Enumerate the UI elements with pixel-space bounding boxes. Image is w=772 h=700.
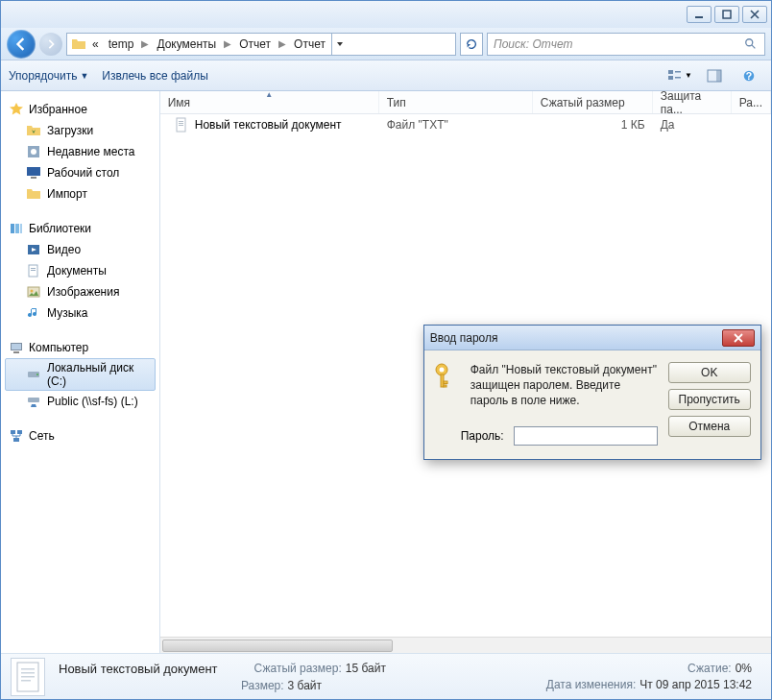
file-protected: Да xyxy=(653,118,732,132)
sidebar-item-documents[interactable]: Документы xyxy=(5,260,156,281)
svg-rect-1 xyxy=(723,11,731,18)
svg-rect-41 xyxy=(444,385,446,387)
sidebar-group-libraries: Библиотеки Видео Документы Изображения М… xyxy=(5,218,156,324)
sidebar-item-recent[interactable]: Недавние места xyxy=(5,141,156,162)
svg-rect-0 xyxy=(695,16,703,18)
breadcrumb-item[interactable]: Документы xyxy=(153,36,220,53)
downloads-icon xyxy=(26,123,41,138)
svg-rect-17 xyxy=(20,224,22,233)
sidebar-item-label: Документы xyxy=(47,264,107,278)
column-label: Ра... xyxy=(739,96,762,109)
svg-rect-4 xyxy=(668,76,673,80)
svg-rect-14 xyxy=(31,177,36,179)
nav-back-button[interactable] xyxy=(7,30,36,59)
extract-label: Извлечь все файлы xyxy=(102,69,207,83)
path-dropdown-button[interactable] xyxy=(331,34,349,55)
dialog-titlebar[interactable]: Ввод пароля xyxy=(424,326,760,350)
sidebar-item-pictures[interactable]: Изображения xyxy=(5,281,156,302)
sidebar-item-label: Недавние места xyxy=(47,145,134,158)
video-icon xyxy=(26,242,41,257)
svg-rect-16 xyxy=(15,224,19,233)
svg-rect-46 xyxy=(21,680,31,682)
preview-pane-button[interactable] xyxy=(700,65,729,86)
dialog-body: Файл "Новый текстовый документ" защищен … xyxy=(424,350,760,459)
skip-button[interactable]: Пропустить xyxy=(668,389,751,410)
organize-menu[interactable]: Упорядочить ▼ xyxy=(9,69,88,83)
status-ratio-key: Сжатие: xyxy=(688,662,732,675)
ok-button[interactable]: OK xyxy=(668,362,751,383)
search-placeholder: Поиск: Отчет xyxy=(494,37,572,51)
svg-point-2 xyxy=(746,38,753,45)
txt-file-icon xyxy=(174,117,189,133)
sidebar-item-label: Импорт xyxy=(47,187,87,201)
favorites-header[interactable]: Избранное xyxy=(5,99,156,120)
sidebar-item-import[interactable]: Импорт xyxy=(5,183,156,205)
sidebar-item-desktop[interactable]: Рабочий стол xyxy=(5,162,156,183)
desktop-icon xyxy=(26,165,41,181)
nav-forward-button[interactable] xyxy=(39,33,62,56)
file-type: Файл "TXT" xyxy=(379,118,533,132)
sidebar-group-favorites: Избранное Загрузки Недавние места Рабочи… xyxy=(5,99,156,205)
address-bar: « temp▶ Документы▶ Отчет▶ Отчет Поиск: О… xyxy=(1,28,771,60)
sidebar-item-music[interactable]: Музыка xyxy=(5,302,156,324)
status-csize-val: 15 байт xyxy=(346,662,386,676)
close-button[interactable] xyxy=(742,6,767,23)
file-list-pane: Имя▲ Тип Сжатый размер Защита па... Ра..… xyxy=(160,91,771,653)
sidebar-item-downloads[interactable]: Загрузки xyxy=(5,120,156,141)
column-label: Тип xyxy=(387,96,406,109)
libraries-header[interactable]: Библиотеки xyxy=(5,218,156,239)
refresh-button[interactable] xyxy=(460,33,483,56)
breadcrumb-bar[interactable]: « temp▶ Документы▶ Отчет▶ Отчет xyxy=(66,33,456,56)
computer-header[interactable]: Компьютер xyxy=(5,337,156,358)
status-size-key: Размер: xyxy=(241,679,284,692)
sidebar-item-label: Видео xyxy=(47,243,81,256)
breadcrumb-item[interactable]: temp xyxy=(105,36,138,53)
breadcrumb-item[interactable]: Отчет xyxy=(235,36,275,53)
hdd-icon xyxy=(26,367,41,382)
cancel-button[interactable]: Отмена xyxy=(668,416,751,437)
breadcrumb-item[interactable]: Отчет xyxy=(290,36,329,53)
sidebar-item-label: Public (\\sf-fs) (L:) xyxy=(47,395,138,408)
column-rest[interactable]: Ра... xyxy=(732,91,771,113)
column-name[interactable]: Имя▲ xyxy=(160,91,379,113)
password-input[interactable] xyxy=(514,426,658,446)
svg-rect-6 xyxy=(675,77,681,79)
status-file-icon xyxy=(11,658,45,696)
status-size-val: 3 байт xyxy=(288,679,322,692)
libraries-icon xyxy=(9,221,24,236)
network-drive-icon xyxy=(26,394,41,409)
chevron-right-icon: ▶ xyxy=(277,38,288,49)
view-options-button[interactable]: ▼ xyxy=(665,65,694,86)
command-toolbar: Упорядочить ▼ Извлечь все файлы ▼ ? xyxy=(1,60,771,91)
column-label: Защита па... xyxy=(661,91,723,116)
minimize-button[interactable] xyxy=(687,6,712,23)
sidebar-item-local-disk[interactable]: Локальный диск (C:) xyxy=(5,358,156,391)
navigation-sidebar: Избранное Загрузки Недавние места Рабочи… xyxy=(1,91,160,653)
column-compressed-size[interactable]: Сжатый размер xyxy=(533,91,653,113)
help-button[interactable]: ? xyxy=(735,65,763,86)
computer-icon xyxy=(9,340,24,355)
breadcrumb-prefix: « xyxy=(88,36,103,53)
sidebar-item-video[interactable]: Видео xyxy=(5,239,156,260)
svg-text:?: ? xyxy=(746,69,752,81)
dialog-close-button[interactable] xyxy=(722,329,755,347)
folder-icon xyxy=(71,36,86,52)
column-type[interactable]: Тип xyxy=(379,91,533,113)
scrollbar-thumb[interactable] xyxy=(162,640,393,652)
explorer-window: « temp▶ Документы▶ Отчет▶ Отчет Поиск: О… xyxy=(0,0,772,700)
svg-rect-36 xyxy=(179,125,183,126)
column-protected[interactable]: Защита па... xyxy=(653,91,732,113)
toolbar-right: ▼ ? xyxy=(665,65,763,86)
network-header[interactable]: Сеть xyxy=(5,425,156,447)
svg-rect-32 xyxy=(13,438,19,442)
horizontal-scrollbar[interactable] xyxy=(160,637,771,653)
maximize-button[interactable] xyxy=(714,6,739,23)
extract-all-button[interactable]: Извлечь все файлы xyxy=(102,69,207,83)
music-icon xyxy=(26,305,41,321)
search-input[interactable]: Поиск: Отчет xyxy=(487,33,765,56)
chevron-right-icon: ▶ xyxy=(139,38,151,49)
file-row[interactable]: Новый текстовый документ Файл "TXT" 1 КБ… xyxy=(160,114,771,135)
sidebar-item-network-drive[interactable]: Public (\\sf-fs) (L:) xyxy=(5,391,156,412)
dialog-button-column: OK Пропустить Отмена xyxy=(668,362,751,446)
sidebar-item-label: Изображения xyxy=(47,285,119,299)
